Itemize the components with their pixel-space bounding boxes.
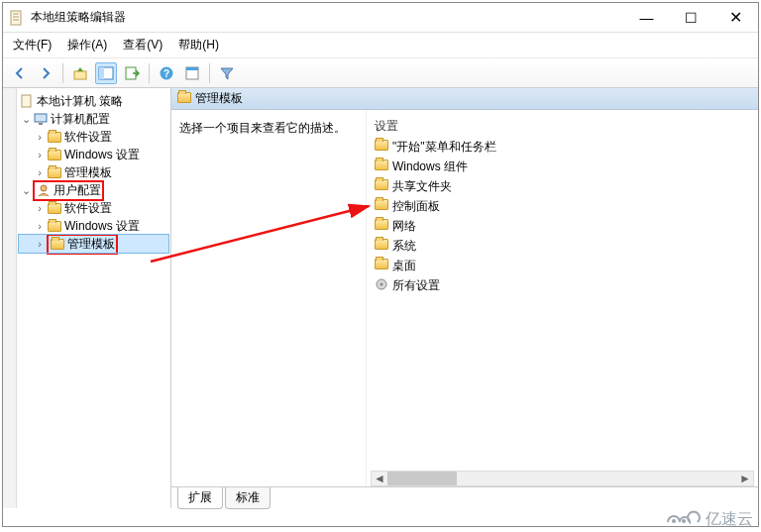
folder-icon: [375, 259, 388, 272]
user-icon: [36, 183, 52, 197]
help-button[interactable]: ?: [156, 62, 177, 84]
tree-label: 管理模板: [67, 236, 115, 253]
close-button[interactable]: ✕: [713, 3, 758, 33]
expand-icon[interactable]: ›: [33, 238, 47, 250]
expand-icon[interactable]: ›: [33, 220, 47, 232]
menu-help[interactable]: 帮助(H): [178, 37, 219, 53]
tree-uc-windows[interactable]: › Windows 设置: [19, 217, 168, 235]
list-item[interactable]: 网络: [371, 216, 754, 236]
collapse-icon[interactable]: ⌄: [19, 184, 33, 197]
maximize-button[interactable]: ☐: [669, 3, 713, 33]
settings-icon: [375, 277, 388, 294]
tree-label: 软件设置: [64, 200, 112, 217]
tree-uc-software[interactable]: › 软件设置: [19, 199, 168, 217]
tree-label: Windows 设置: [64, 147, 140, 163]
svg-rect-12: [22, 95, 31, 107]
annotation-highlight: 管理模板: [47, 234, 118, 255]
expand-icon[interactable]: ›: [33, 131, 47, 143]
detail-area: 选择一个项目来查看它的描述。 设置 "开始"菜单和任务栏 Windows 组件 …: [171, 110, 758, 486]
tree-label: 计算机配置: [51, 111, 110, 128]
tree-computer-config[interactable]: ⌄ 计算机配置: [19, 110, 168, 128]
list-item[interactable]: 系统: [371, 236, 754, 256]
list-item[interactable]: 桌面: [371, 256, 754, 275]
tab-extended[interactable]: 扩展: [177, 487, 223, 509]
svg-rect-4: [74, 71, 86, 79]
description-column: 选择一个项目来查看它的描述。: [171, 110, 366, 486]
expand-icon[interactable]: ›: [33, 149, 47, 160]
tree-label: 管理模板: [64, 164, 112, 181]
list-item[interactable]: 所有设置: [371, 275, 754, 295]
svg-rect-0: [11, 11, 21, 25]
folder-icon: [375, 199, 388, 213]
left-gutter: [3, 88, 17, 508]
separator: [62, 63, 63, 83]
list-item[interactable]: 共享文件夹: [371, 176, 754, 196]
separator: [209, 63, 210, 83]
list-item[interactable]: 控制面板: [371, 196, 754, 216]
menu-view[interactable]: 查看(V): [123, 37, 163, 53]
menu-file[interactable]: 文件(F): [13, 37, 52, 53]
menu-bar: 文件(F) 操作(A) 查看(V) 帮助(H): [3, 33, 758, 58]
folder-icon: [375, 179, 388, 193]
properties-button[interactable]: [181, 62, 203, 84]
filter-button[interactable]: [216, 62, 238, 84]
show-hide-tree-button[interactable]: [95, 62, 117, 84]
item-label: Windows 组件: [392, 159, 468, 175]
tree-user-config[interactable]: ⌄ 用户配置: [19, 181, 168, 199]
svg-point-17: [380, 282, 383, 285]
item-label: 桌面: [392, 258, 416, 274]
menu-action[interactable]: 操作(A): [67, 37, 107, 53]
collapse-icon[interactable]: ⌄: [19, 113, 33, 126]
path-label: 管理模板: [195, 90, 243, 107]
back-button[interactable]: [9, 62, 31, 84]
folder-icon: [375, 160, 388, 173]
list-header-setting[interactable]: 设置: [371, 116, 754, 137]
expand-icon[interactable]: ›: [33, 166, 47, 178]
list-item[interactable]: "开始"菜单和任务栏: [371, 137, 754, 157]
svg-rect-11: [186, 67, 198, 70]
window-title: 本地组策略编辑器: [31, 9, 624, 26]
tree-uc-templates[interactable]: › 管理模板: [19, 235, 168, 253]
tree-label: 软件设置: [64, 129, 112, 146]
annotation-highlight: 用户配置: [33, 180, 104, 201]
svg-point-15: [41, 185, 47, 191]
separator: [149, 63, 150, 83]
svg-text:?: ?: [163, 68, 169, 79]
item-label: 共享文件夹: [392, 178, 452, 195]
tree-label: 用户配置: [54, 182, 101, 199]
tree-label: 本地计算机 策略: [37, 93, 123, 110]
scroll-thumb[interactable]: [387, 472, 457, 485]
navigation-tree[interactable]: 本地计算机 策略 ⌄ 计算机配置 › 软件设置 › Windows 设置 › 管…: [17, 88, 171, 508]
list-item[interactable]: Windows 组件: [371, 157, 754, 176]
svg-point-19: [672, 519, 676, 523]
window-controls: — ☐ ✕: [624, 3, 758, 33]
settings-list: 设置 "开始"菜单和任务栏 Windows 组件 共享文件夹 控制面板 网络 系…: [366, 110, 758, 486]
svg-rect-6: [99, 67, 104, 79]
folder-icon: [375, 140, 388, 154]
scroll-left-icon[interactable]: ◄: [372, 472, 387, 485]
tree-label: Windows 设置: [64, 218, 140, 235]
forward-button[interactable]: [35, 62, 56, 84]
tree-cc-software[interactable]: › 软件设置: [19, 128, 168, 146]
tree-root[interactable]: 本地计算机 策略: [19, 92, 168, 110]
minimize-button[interactable]: —: [624, 3, 669, 33]
folder-icon: [375, 239, 388, 253]
tree-cc-templates[interactable]: › 管理模板: [19, 163, 168, 181]
folder-icon: [177, 92, 191, 106]
tab-standard[interactable]: 标准: [225, 487, 271, 509]
details-pane: 管理模板 选择一个项目来查看它的描述。 设置 "开始"菜单和任务栏 Window…: [171, 88, 758, 508]
folder-icon: [47, 165, 62, 179]
scroll-right-icon[interactable]: ►: [737, 472, 753, 485]
expand-icon[interactable]: ›: [33, 202, 47, 214]
export-button[interactable]: [121, 62, 143, 84]
up-button[interactable]: [69, 62, 91, 84]
svg-rect-13: [35, 114, 47, 122]
tree-cc-windows[interactable]: › Windows 设置: [19, 146, 168, 163]
item-label: 所有设置: [392, 277, 440, 294]
horizontal-scrollbar[interactable]: ◄ ►: [371, 471, 754, 486]
svg-rect-14: [39, 123, 43, 125]
title-bar: 本地组策略编辑器 — ☐ ✕: [3, 3, 758, 33]
item-label: 网络: [392, 218, 416, 235]
computer-icon: [33, 112, 49, 126]
path-bar: 管理模板: [171, 88, 758, 110]
